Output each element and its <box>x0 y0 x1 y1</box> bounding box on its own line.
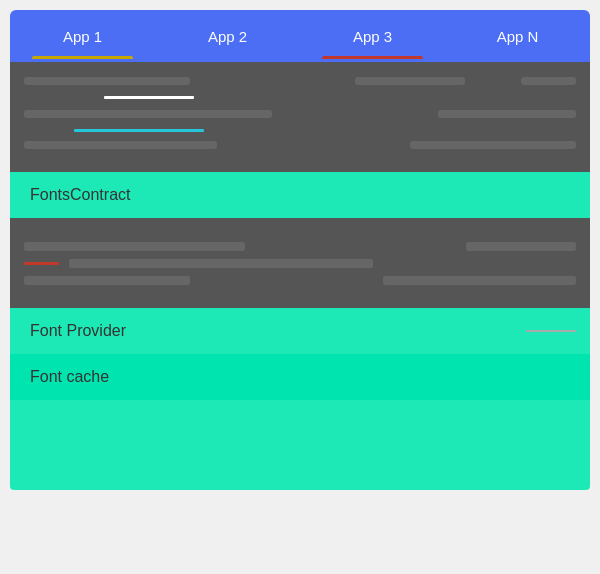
middle-dark-section <box>10 218 590 308</box>
tab-appN[interactable]: App N <box>445 14 590 59</box>
fonts-contract-box: FontsContract <box>10 172 590 218</box>
app-internals-section <box>10 62 590 172</box>
tab-app1[interactable]: App 1 <box>10 14 155 59</box>
font-cache-label: Font cache <box>30 368 109 386</box>
bottom-section <box>10 400 590 490</box>
font-cache-box: Font cache <box>10 354 590 400</box>
tab-app2[interactable]: App 2 <box>155 14 300 59</box>
font-provider-box: Font Provider <box>10 308 590 354</box>
font-provider-label: Font Provider <box>30 322 126 340</box>
diagram-container: App 1 App 2 App 3 App N <box>10 10 590 490</box>
tab-app3[interactable]: App 3 <box>300 14 445 59</box>
fonts-contract-label: FontsContract <box>30 186 130 204</box>
app-bar: App 1 App 2 App 3 App N <box>10 10 590 62</box>
